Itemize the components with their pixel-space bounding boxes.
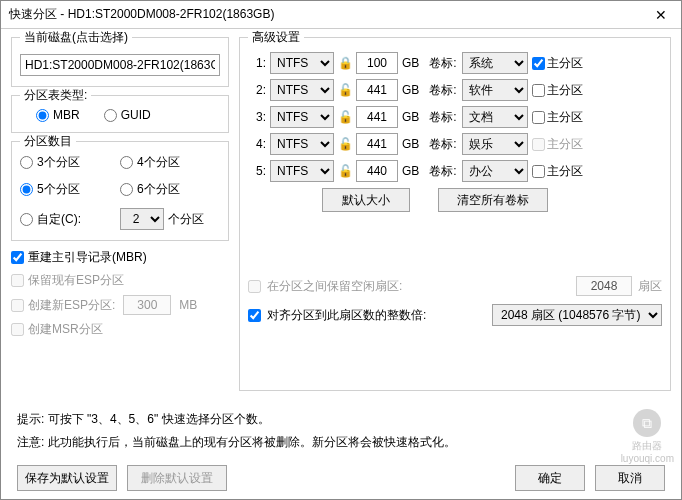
footer: 保存为默认设置 删除默认设置 确定 取消: [1, 457, 681, 499]
primary-checkbox[interactable]: [532, 165, 545, 178]
radio-guid-input[interactable]: [104, 109, 117, 122]
filesystem-select[interactable]: NTFS: [270, 52, 334, 74]
partition-index: 3:: [248, 110, 266, 124]
ok-button[interactable]: 确定: [515, 465, 585, 491]
label-label: 卷标:: [428, 109, 458, 126]
current-disk-input[interactable]: [20, 54, 220, 76]
dialog-window: 快速分区 - HD1:ST2000DM008-2FR102(1863GB) ✕ …: [0, 0, 682, 500]
watermark-text1: 路由器: [621, 439, 674, 453]
custom-count-select[interactable]: 2: [120, 208, 164, 230]
primary-label: 主分区: [547, 55, 583, 72]
volume-label-select[interactable]: 办公: [462, 160, 528, 182]
radio-3[interactable]: 3个分区: [20, 154, 80, 171]
primary-checkbox-row: 主分区: [532, 136, 583, 153]
clear-labels-button[interactable]: 清空所有卷标: [438, 188, 548, 212]
size-input[interactable]: [356, 133, 398, 155]
radio-6-input[interactable]: [120, 183, 133, 196]
primary-label: 主分区: [547, 109, 583, 126]
radio-3-input[interactable]: [20, 156, 33, 169]
rebuild-mbr-row[interactable]: 重建主引导记录(MBR): [11, 249, 229, 266]
primary-checkbox-row[interactable]: 主分区: [532, 55, 583, 72]
radio-5-input[interactable]: [20, 183, 33, 196]
partition-count-group: 分区数目 3个分区 4个分区 5个分区 6个分区 自定(C): 2 个分区: [11, 141, 229, 241]
right-panel: 高级设置 1:NTFS🔒GB卷标:系统主分区2:NTFS🔓GB卷标:软件主分区3…: [239, 37, 671, 399]
keep-esp-label: 保留现有ESP分区: [28, 272, 124, 289]
delete-default-button: 删除默认设置: [127, 465, 227, 491]
keep-esp-checkbox: [11, 274, 24, 287]
mb-label: MB: [179, 298, 197, 312]
partition-index: 1:: [248, 56, 266, 70]
radio-5[interactable]: 5个分区: [20, 181, 80, 198]
close-icon[interactable]: ✕: [641, 7, 681, 23]
table-type-legend: 分区表类型:: [20, 87, 91, 104]
save-default-button[interactable]: 保存为默认设置: [17, 465, 117, 491]
label-label: 卷标:: [428, 82, 458, 99]
label-label: 卷标:: [428, 163, 458, 180]
volume-label-select[interactable]: 系统: [462, 52, 528, 74]
current-disk-group: 当前磁盘(点击选择): [11, 37, 229, 87]
lock-icon[interactable]: 🔓: [338, 137, 352, 151]
reserve-sectors-checkbox: [248, 280, 261, 293]
align-sectors-checkbox[interactable]: [248, 309, 261, 322]
lock-icon[interactable]: 🔓: [338, 83, 352, 97]
hint-1: 提示: 可按下 "3、4、5、6" 快速选择分区个数。: [1, 405, 681, 434]
size-input[interactable]: [356, 52, 398, 74]
gb-label: GB: [402, 110, 424, 124]
radio-6[interactable]: 6个分区: [120, 181, 180, 198]
radio-mbr[interactable]: MBR: [36, 108, 80, 122]
primary-checkbox-row[interactable]: 主分区: [532, 163, 583, 180]
size-input[interactable]: [356, 79, 398, 101]
radio-mbr-label: MBR: [53, 108, 80, 122]
gb-label: GB: [402, 83, 424, 97]
volume-label-select[interactable]: 娱乐: [462, 133, 528, 155]
partition-index: 2:: [248, 83, 266, 97]
volume-label-select[interactable]: 软件: [462, 79, 528, 101]
reserve-sectors-row: 在分区之间保留空闲扇区: 扇区: [248, 276, 662, 296]
partition-row-3: 3:NTFS🔓GB卷标:文档主分区: [248, 106, 662, 128]
primary-checkbox-row[interactable]: 主分区: [532, 82, 583, 99]
partition-index: 4:: [248, 137, 266, 151]
create-esp-label: 创建新ESP分区:: [28, 297, 115, 314]
partition-row-2: 2:NTFS🔓GB卷标:软件主分区: [248, 79, 662, 101]
keep-esp-row: 保留现有ESP分区: [11, 272, 229, 289]
gb-label: GB: [402, 56, 424, 70]
content-area: 当前磁盘(点击选择) 分区表类型: MBR GUID 分区数目 3个分区 4个分…: [1, 29, 681, 405]
create-msr-label: 创建MSR分区: [28, 321, 103, 338]
size-input[interactable]: [356, 160, 398, 182]
watermark-text2: luyouqi.com: [621, 453, 674, 464]
primary-checkbox-row[interactable]: 主分区: [532, 109, 583, 126]
label-label: 卷标:: [428, 55, 458, 72]
radio-mbr-input[interactable]: [36, 109, 49, 122]
align-sectors-row[interactable]: 对齐分区到此扇区数的整数倍: 2048 扇区 (1048576 字节): [248, 304, 662, 326]
primary-label: 主分区: [547, 82, 583, 99]
partition-index: 5:: [248, 164, 266, 178]
radio-guid[interactable]: GUID: [104, 108, 151, 122]
filesystem-select[interactable]: NTFS: [270, 79, 334, 101]
lock-icon[interactable]: 🔓: [338, 164, 352, 178]
radio-4[interactable]: 4个分区: [120, 154, 180, 171]
rebuild-mbr-checkbox[interactable]: [11, 251, 24, 264]
custom-suffix: 个分区: [168, 211, 204, 228]
create-esp-checkbox: [11, 299, 24, 312]
align-sectors-label: 对齐分区到此扇区数的整数倍:: [267, 307, 426, 324]
filesystem-select[interactable]: NTFS: [270, 160, 334, 182]
filesystem-select[interactable]: NTFS: [270, 106, 334, 128]
primary-checkbox[interactable]: [532, 84, 545, 97]
cancel-button[interactable]: 取消: [595, 465, 665, 491]
size-input[interactable]: [356, 106, 398, 128]
left-panel: 当前磁盘(点击选择) 分区表类型: MBR GUID 分区数目 3个分区 4个分…: [11, 37, 229, 399]
gb-label: GB: [402, 164, 424, 178]
radio-4-input[interactable]: [120, 156, 133, 169]
primary-checkbox[interactable]: [532, 57, 545, 70]
partition-row-1: 1:NTFS🔒GB卷标:系统主分区: [248, 52, 662, 74]
lock-icon[interactable]: 🔓: [338, 110, 352, 124]
window-title: 快速分区 - HD1:ST2000DM008-2FR102(1863GB): [9, 6, 641, 23]
default-size-button[interactable]: 默认大小: [322, 188, 410, 212]
radio-custom-input[interactable]: [20, 213, 33, 226]
align-sectors-select[interactable]: 2048 扇区 (1048576 字节): [492, 304, 662, 326]
lock-icon[interactable]: 🔒: [338, 56, 352, 70]
volume-label-select[interactable]: 文档: [462, 106, 528, 128]
filesystem-select[interactable]: NTFS: [270, 133, 334, 155]
radio-custom[interactable]: 自定(C):: [20, 211, 81, 228]
primary-checkbox[interactable]: [532, 111, 545, 124]
